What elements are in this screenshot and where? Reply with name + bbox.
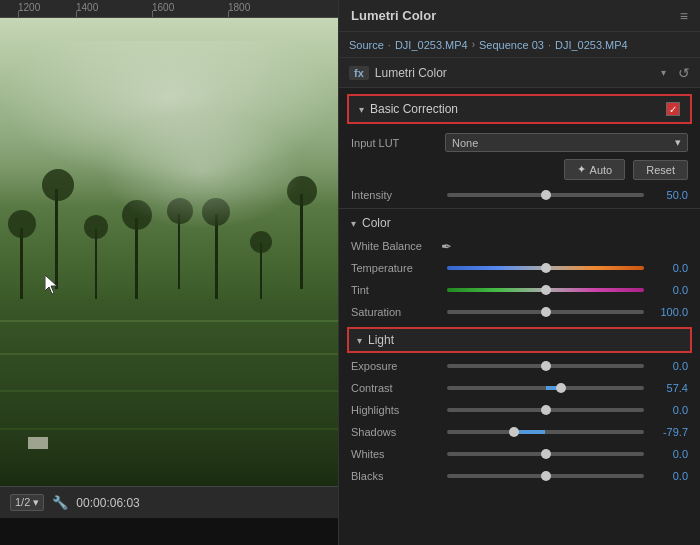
video-frame <box>0 18 338 486</box>
source-file[interactable]: DJI_0253.MP4 <box>395 39 468 51</box>
contrast-slider[interactable] <box>447 386 644 390</box>
exposure-value: 0.0 <box>650 360 688 372</box>
temperature-value: 0.0 <box>650 262 688 274</box>
input-lut-dropdown[interactable]: None ▾ <box>445 133 688 152</box>
panel-title: Lumetri Color <box>351 8 436 23</box>
basic-correction-checkbox[interactable]: ✓ <box>666 102 680 116</box>
source-sequence[interactable]: Sequence 03 <box>479 39 544 51</box>
exposure-slider[interactable] <box>447 364 644 368</box>
tint-row: Tint 0.0 <box>339 279 700 301</box>
saturation-value: 100.0 <box>650 306 688 318</box>
input-lut-label: Input LUT <box>351 137 441 149</box>
fx-reset-icon[interactable]: ↺ <box>678 65 690 81</box>
source-label[interactable]: Source <box>349 39 384 51</box>
intensity-label: Intensity <box>351 189 441 201</box>
source-arrow: › <box>472 39 475 50</box>
ruler-mark-1400: 1400 <box>76 2 98 13</box>
exposure-thumb[interactable] <box>541 361 551 371</box>
highlights-slider[interactable] <box>447 408 644 412</box>
auto-reset-row: ✦ Auto Reset <box>339 155 700 184</box>
blacks-label: Blacks <box>351 470 441 482</box>
highlights-value: 0.0 <box>650 404 688 416</box>
whites-value: 0.0 <box>650 448 688 460</box>
exposure-row: Exposure 0.0 <box>339 355 700 377</box>
whites-label: Whites <box>351 448 441 460</box>
highlights-row: Highlights 0.0 <box>339 399 700 421</box>
saturation-slider[interactable] <box>447 310 644 314</box>
saturation-label: Saturation <box>351 306 441 318</box>
fx-badge: fx <box>349 66 369 80</box>
shadows-slider[interactable] <box>447 430 644 434</box>
basic-correction-title: Basic Correction <box>370 102 666 116</box>
input-lut-row: Input LUT None ▾ <box>339 130 700 155</box>
intensity-slider[interactable] <box>447 193 644 197</box>
fx-dropdown-icon[interactable]: ▾ <box>661 67 666 78</box>
tint-slider[interactable] <box>447 288 644 292</box>
contrast-label: Contrast <box>351 382 441 394</box>
tint-value: 0.0 <box>650 284 688 296</box>
panel-header: Lumetri Color ≡ <box>339 0 700 32</box>
contrast-thumb[interactable] <box>556 383 566 393</box>
blacks-row: Blacks 0.0 <box>339 465 700 487</box>
saturation-thumb[interactable] <box>541 307 551 317</box>
tint-label: Tint <box>351 284 441 296</box>
panel-menu-icon[interactable]: ≡ <box>680 8 688 24</box>
timeline-ruler: 1200 1400 1600 1800 <box>0 0 338 18</box>
settings-icon[interactable]: 🔧 <box>52 495 68 510</box>
zoom-select[interactable]: 1/2 ▾ <box>10 494 44 511</box>
temperature-slider[interactable] <box>447 266 644 270</box>
ruler-mark-1600: 1600 <box>152 2 174 13</box>
reset-label: Reset <box>646 164 675 176</box>
panel-scroll-content[interactable]: ▾ Basic Correction ✓ Input LUT None ▾ ✦ … <box>339 88 700 545</box>
shadows-label: Shadows <box>351 426 441 438</box>
basic-correction-header[interactable]: ▾ Basic Correction ✓ <box>347 94 692 124</box>
temperature-thumb[interactable] <box>541 263 551 273</box>
video-bottom-bar: 1/2 ▾ 🔧 00:00:06:03 <box>0 486 338 518</box>
fx-bar: fx Lumetri Color ▾ ↺ <box>339 58 700 88</box>
shadows-thumb[interactable] <box>509 427 519 437</box>
source-separator-1: · <box>388 39 391 51</box>
light-chevron: ▾ <box>357 335 362 346</box>
fx-name: Lumetri Color <box>375 66 655 80</box>
color-section-header[interactable]: ▾ Color <box>339 211 700 235</box>
whites-thumb[interactable] <box>541 449 551 459</box>
lumetri-color-panel: Lumetri Color ≡ Source · DJI_0253.MP4 › … <box>338 0 700 545</box>
intensity-value: 50.0 <box>650 189 688 201</box>
input-lut-value: None <box>452 137 478 149</box>
zoom-dropdown-icon: ▾ <box>33 496 39 508</box>
ruler-mark-1800: 1800 <box>228 2 250 13</box>
auto-wand-icon: ✦ <box>577 163 586 176</box>
white-balance-row: White Balance ✒ <box>339 235 700 257</box>
color-chevron: ▾ <box>351 218 356 229</box>
temperature-row: Temperature 0.0 <box>339 257 700 279</box>
mouse-cursor <box>45 275 61 291</box>
highlights-thumb[interactable] <box>541 405 551 415</box>
shadows-row: Shadows -79.7 <box>339 421 700 443</box>
reset-button[interactable]: Reset <box>633 160 688 180</box>
timecode-display: 00:00:06:03 <box>76 496 139 510</box>
whites-row: Whites 0.0 <box>339 443 700 465</box>
blacks-thumb[interactable] <box>541 471 551 481</box>
contrast-value: 57.4 <box>650 382 688 394</box>
temperature-label: Temperature <box>351 262 441 274</box>
exposure-label: Exposure <box>351 360 441 372</box>
source-separator-2: · <box>548 39 551 51</box>
light-section-title: Light <box>368 333 394 347</box>
auto-label: Auto <box>590 164 613 176</box>
zoom-value: 1/2 <box>15 496 30 508</box>
color-section-title: Color <box>362 216 391 230</box>
lut-dropdown-chevron: ▾ <box>675 136 681 149</box>
tint-thumb[interactable] <box>541 285 551 295</box>
eyedropper-icon[interactable]: ✒ <box>441 239 452 254</box>
intensity-thumb[interactable] <box>541 190 551 200</box>
basic-correction-chevron: ▾ <box>359 104 364 115</box>
whites-slider[interactable] <box>447 452 644 456</box>
blacks-value: 0.0 <box>650 470 688 482</box>
light-section-header[interactable]: ▾ Light <box>347 327 692 353</box>
white-balance-label: White Balance <box>351 240 441 252</box>
ruler-mark-1200: 1200 <box>18 2 40 13</box>
blacks-slider[interactable] <box>447 474 644 478</box>
auto-button[interactable]: ✦ Auto <box>564 159 626 180</box>
source-seq-file[interactable]: DJI_0253.MP4 <box>555 39 628 51</box>
video-preview-panel: 1200 1400 1600 1800 <box>0 0 338 545</box>
